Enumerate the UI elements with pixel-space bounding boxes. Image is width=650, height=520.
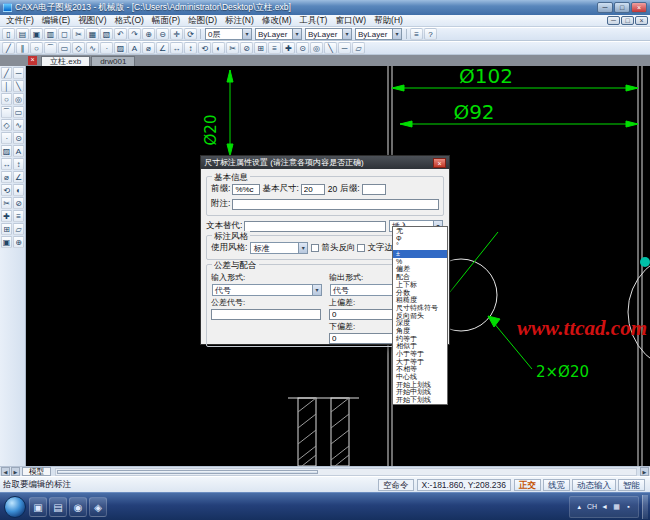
- menu-item[interactable]: 文件(F): [2, 15, 38, 27]
- minimize-button[interactable]: ─: [597, 2, 613, 13]
- save-icon[interactable]: ▣: [30, 28, 43, 40]
- column-section[interactable]: [298, 398, 349, 466]
- tray-volume-icon[interactable]: ◄: [600, 503, 609, 510]
- vertical-dim-tool-icon[interactable]: ↕: [13, 158, 24, 170]
- vline-tool-icon[interactable]: │: [1, 80, 12, 92]
- print-preview-icon[interactable]: ◻: [58, 28, 71, 40]
- chevron-down-icon[interactable]: ▾: [292, 29, 301, 39]
- tol-code-input[interactable]: [211, 309, 321, 320]
- status-toggle[interactable]: 线宽: [543, 479, 570, 491]
- angle-dim-tool-icon[interactable]: ∠: [13, 171, 24, 183]
- erase-tool-icon[interactable]: ⊘: [13, 197, 24, 209]
- arc-icon[interactable]: ⌒: [44, 42, 57, 54]
- status-toggle[interactable]: 动态输入: [572, 479, 616, 491]
- text-border-checkbox[interactable]: [357, 244, 365, 252]
- linetype-combo[interactable]: ByLayer▾: [305, 28, 352, 40]
- help-icon[interactable]: ?: [424, 28, 437, 40]
- dialog-titlebar[interactable]: 尺寸标注属性设置 (请注意各项内容是否正确) ×: [201, 156, 449, 169]
- close-button[interactable]: ×: [631, 2, 647, 13]
- scrollbar-thumb[interactable]: [57, 470, 318, 474]
- arrow-reverse-checkbox[interactable]: [311, 244, 319, 252]
- chevron-down-icon[interactable]: ▾: [342, 29, 351, 39]
- dropdown-item[interactable]: ±: [393, 250, 447, 258]
- hatch-tool-icon[interactable]: ▨: [1, 145, 12, 157]
- dropdown-item[interactable]: 小于等于: [393, 350, 447, 358]
- linear-dim-tool-icon[interactable]: ↔: [1, 158, 12, 170]
- use-style-combo[interactable]: 标准▾: [250, 242, 308, 254]
- note-input[interactable]: [232, 199, 439, 210]
- zoom-out-icon[interactable]: ⊖: [156, 28, 169, 40]
- model-tab[interactable]: 模型: [22, 467, 51, 476]
- redo-icon[interactable]: ↷: [128, 28, 141, 40]
- array-tool-icon[interactable]: ⊞: [1, 223, 12, 235]
- menu-item[interactable]: 标注(N): [221, 15, 258, 27]
- start-button[interactable]: [4, 496, 26, 518]
- delete-icon[interactable]: ⊘: [240, 42, 253, 54]
- arc-tool-icon[interactable]: ⌒: [1, 106, 12, 118]
- circle-tool-icon[interactable]: ○: [1, 93, 12, 105]
- document-tab[interactable]: drw001: [91, 56, 135, 66]
- backslash-line-tool-icon[interactable]: ╲: [13, 80, 24, 92]
- chevron-down-icon[interactable]: ▾: [242, 29, 251, 39]
- spline-tool-icon[interactable]: ∿: [13, 119, 24, 131]
- properties-icon[interactable]: ≡: [410, 28, 423, 40]
- paste-icon[interactable]: ▧: [100, 28, 113, 40]
- menu-item[interactable]: 工具(T): [296, 15, 332, 27]
- polygon-tool-icon[interactable]: ◇: [1, 119, 12, 131]
- dropdown-item[interactable]: 偏差: [393, 265, 447, 273]
- menu-item[interactable]: 编辑(E): [38, 15, 74, 27]
- dim-102-text[interactable]: Ø102: [459, 66, 513, 88]
- right-arc[interactable]: [628, 252, 650, 372]
- dropdown-item[interactable]: 分数: [393, 289, 447, 297]
- menu-item[interactable]: 帮助(H): [370, 15, 407, 27]
- dropdown-item[interactable]: 约等于: [393, 335, 447, 343]
- taskbar-explorer-icon[interactable]: ▤: [49, 497, 67, 517]
- tray-clock-icon[interactable]: ▪: [624, 503, 633, 510]
- aligned-dim-icon[interactable]: ↕: [184, 42, 197, 54]
- show-desktop-button[interactable]: [642, 495, 648, 519]
- dropdown-item[interactable]: 开始中划线: [393, 388, 447, 396]
- chevron-down-icon[interactable]: ▾: [298, 243, 307, 253]
- diameter-dim-icon[interactable]: ⌀: [142, 42, 155, 54]
- dropdown-item[interactable]: 相似于: [393, 342, 447, 350]
- lineweight-combo[interactable]: ByLayer▾: [355, 28, 402, 40]
- parallel-line-icon[interactable]: ∥: [16, 42, 29, 54]
- offset-icon[interactable]: ✚: [282, 42, 295, 54]
- input-form-combo[interactable]: 代号▾: [212, 284, 322, 296]
- diameter-dim-tool-icon[interactable]: ⌀: [1, 171, 12, 183]
- status-toggle[interactable]: 智能: [618, 479, 645, 491]
- command-box[interactable]: 空命令: [378, 479, 414, 491]
- concentric-circle-tool-icon[interactable]: ◎: [13, 93, 24, 105]
- circle-icon[interactable]: ○: [30, 42, 43, 54]
- angle-dim-icon[interactable]: ∠: [156, 42, 169, 54]
- dropdown-item[interactable]: 深度: [393, 319, 447, 327]
- rotate-icon[interactable]: ⟲: [198, 42, 211, 54]
- maximize-button[interactable]: □: [614, 2, 630, 13]
- hatch-icon[interactable]: ▨: [114, 42, 127, 54]
- spline-icon[interactable]: ∿: [86, 42, 99, 54]
- dropdown-item[interactable]: 配合: [393, 273, 447, 281]
- chamfer-icon[interactable]: ╲: [324, 42, 337, 54]
- copy-icon[interactable]: ▦: [86, 28, 99, 40]
- zoom-in-icon[interactable]: ⊕: [142, 28, 155, 40]
- dropdown-item[interactable]: 开始下划线: [393, 396, 447, 404]
- dropdown-item[interactable]: 不相等: [393, 365, 447, 373]
- dropdown-item[interactable]: 粗糙度: [393, 296, 447, 304]
- line-icon[interactable]: ╱: [2, 42, 15, 54]
- dropdown-item[interactable]: %: [393, 258, 447, 266]
- offset-tool-icon[interactable]: ✚: [1, 210, 12, 222]
- color-combo[interactable]: ByLayer▾: [255, 28, 302, 40]
- concentric-icon[interactable]: ◎: [310, 42, 323, 54]
- block-tool-icon[interactable]: ▣: [1, 236, 12, 248]
- scroll-right-icon[interactable]: ▶: [640, 467, 649, 476]
- mirror-icon[interactable]: ◐: [212, 42, 225, 54]
- mdi-close-button[interactable]: ×: [635, 16, 648, 25]
- print-icon[interactable]: ▥: [44, 28, 57, 40]
- text-tool-icon[interactable]: A: [13, 145, 24, 157]
- open-icon[interactable]: ▤: [16, 28, 29, 40]
- dropdown-item[interactable]: 角度: [393, 327, 447, 335]
- layer-manager-icon[interactable]: ≡: [268, 42, 281, 54]
- menu-item[interactable]: 视图(V): [74, 15, 110, 27]
- dropdown-item[interactable]: 上下标: [393, 281, 447, 289]
- tray-up-icon[interactable]: ▴: [575, 503, 584, 511]
